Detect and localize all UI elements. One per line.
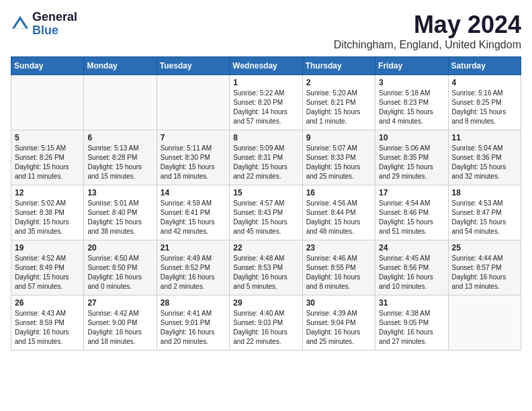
day-header-monday: Monday — [84, 57, 157, 75]
day-info: Sunrise: 5:13 AM Sunset: 8:28 PM Dayligh… — [87, 144, 152, 181]
calendar-week-row: 5Sunrise: 5:15 AM Sunset: 8:26 PM Daylig… — [11, 130, 521, 185]
day-info: Sunrise: 4:45 AM Sunset: 8:56 PM Dayligh… — [379, 254, 444, 291]
day-info: Sunrise: 4:56 AM Sunset: 8:44 PM Dayligh… — [306, 199, 371, 236]
calendar-cell: 3Sunrise: 5:18 AM Sunset: 8:23 PM Daylig… — [375, 75, 448, 130]
day-header-wednesday: Wednesday — [230, 57, 302, 75]
location: Ditchingham, England, United Kingdom — [334, 39, 521, 51]
day-number: 14 — [161, 188, 226, 197]
day-info: Sunrise: 4:38 AM Sunset: 9:05 PM Dayligh… — [379, 309, 444, 347]
day-info: Sunrise: 5:16 AM Sunset: 8:25 PM Dayligh… — [452, 89, 517, 126]
day-number: 24 — [379, 243, 444, 253]
day-header-saturday: Saturday — [448, 57, 521, 75]
day-number: 10 — [379, 133, 444, 142]
calendar-cell: 30Sunrise: 4:39 AM Sunset: 9:04 PM Dayli… — [302, 295, 375, 351]
day-number: 31 — [379, 298, 444, 308]
calendar-week-row: 12Sunrise: 5:02 AM Sunset: 8:38 PM Dayli… — [11, 185, 521, 240]
day-number: 13 — [87, 188, 152, 197]
page-header: General Blue May 2024 Ditchingham, Engla… — [11, 11, 521, 51]
day-info: Sunrise: 4:48 AM Sunset: 8:53 PM Dayligh… — [233, 254, 298, 291]
calendar-cell: 12Sunrise: 5:02 AM Sunset: 8:38 PM Dayli… — [11, 185, 84, 240]
calendar-cell: 10Sunrise: 5:06 AM Sunset: 8:35 PM Dayli… — [375, 130, 448, 185]
day-number: 6 — [87, 133, 152, 142]
day-header-tuesday: Tuesday — [157, 57, 229, 75]
calendar-cell: 24Sunrise: 4:45 AM Sunset: 8:56 PM Dayli… — [375, 240, 448, 295]
day-info: Sunrise: 5:15 AM Sunset: 8:26 PM Dayligh… — [15, 144, 80, 181]
day-info: Sunrise: 5:18 AM Sunset: 8:23 PM Dayligh… — [379, 89, 444, 126]
day-info: Sunrise: 5:01 AM Sunset: 8:40 PM Dayligh… — [87, 199, 152, 236]
day-number: 3 — [379, 78, 444, 87]
calendar-cell: 1Sunrise: 5:22 AM Sunset: 8:20 PM Daylig… — [230, 75, 302, 130]
day-info: Sunrise: 5:20 AM Sunset: 8:21 PM Dayligh… — [306, 89, 371, 126]
day-number: 15 — [233, 188, 298, 197]
day-info: Sunrise: 5:07 AM Sunset: 8:33 PM Dayligh… — [306, 144, 371, 181]
day-number: 30 — [306, 298, 371, 308]
day-number: 23 — [306, 243, 371, 253]
day-info: Sunrise: 5:22 AM Sunset: 8:20 PM Dayligh… — [233, 89, 298, 126]
day-info: Sunrise: 4:44 AM Sunset: 8:57 PM Dayligh… — [452, 254, 517, 291]
calendar-cell: 18Sunrise: 4:53 AM Sunset: 8:47 PM Dayli… — [448, 185, 521, 240]
day-info: Sunrise: 5:09 AM Sunset: 8:31 PM Dayligh… — [233, 144, 298, 181]
day-number: 9 — [306, 133, 371, 142]
day-info: Sunrise: 4:54 AM Sunset: 8:46 PM Dayligh… — [379, 199, 444, 236]
day-number: 21 — [161, 243, 226, 253]
calendar-cell: 20Sunrise: 4:50 AM Sunset: 8:50 PM Dayli… — [84, 240, 157, 295]
day-info: Sunrise: 4:41 AM Sunset: 9:01 PM Dayligh… — [161, 309, 226, 347]
logo: General Blue — [11, 11, 77, 38]
calendar-cell: 22Sunrise: 4:48 AM Sunset: 8:53 PM Dayli… — [230, 240, 302, 295]
day-number: 17 — [379, 188, 444, 197]
calendar-cell: 4Sunrise: 5:16 AM Sunset: 8:25 PM Daylig… — [448, 75, 521, 130]
day-info: Sunrise: 4:49 AM Sunset: 8:52 PM Dayligh… — [161, 254, 226, 291]
day-info: Sunrise: 4:52 AM Sunset: 8:49 PM Dayligh… — [15, 254, 80, 291]
calendar-cell: 23Sunrise: 4:46 AM Sunset: 8:55 PM Dayli… — [302, 240, 375, 295]
day-info: Sunrise: 4:59 AM Sunset: 8:41 PM Dayligh… — [161, 199, 226, 236]
calendar-cell: 19Sunrise: 4:52 AM Sunset: 8:49 PM Dayli… — [11, 240, 84, 295]
title-block: May 2024 Ditchingham, England, United Ki… — [334, 11, 521, 51]
day-number: 2 — [306, 78, 371, 87]
day-number: 7 — [161, 133, 226, 142]
calendar-cell — [84, 75, 157, 130]
day-info: Sunrise: 4:40 AM Sunset: 9:03 PM Dayligh… — [233, 309, 298, 347]
day-header-sunday: Sunday — [11, 57, 84, 75]
logo-general: General — [32, 11, 77, 24]
day-number: 19 — [15, 243, 80, 253]
day-info: Sunrise: 5:02 AM Sunset: 8:38 PM Dayligh… — [15, 199, 80, 236]
calendar-cell: 17Sunrise: 4:54 AM Sunset: 8:46 PM Dayli… — [375, 185, 448, 240]
day-number: 20 — [87, 243, 152, 253]
day-number: 22 — [233, 243, 298, 253]
calendar-cell: 26Sunrise: 4:43 AM Sunset: 8:59 PM Dayli… — [11, 295, 84, 351]
month-title: May 2024 — [334, 11, 521, 39]
logo-text: General Blue — [32, 11, 77, 38]
calendar-cell: 25Sunrise: 4:44 AM Sunset: 8:57 PM Dayli… — [448, 240, 521, 295]
calendar-cell: 7Sunrise: 5:11 AM Sunset: 8:30 PM Daylig… — [157, 130, 229, 185]
day-info: Sunrise: 4:42 AM Sunset: 9:00 PM Dayligh… — [87, 309, 152, 347]
calendar-cell: 6Sunrise: 5:13 AM Sunset: 8:28 PM Daylig… — [84, 130, 157, 185]
calendar-table: SundayMondayTuesdayWednesdayThursdayFrid… — [11, 56, 521, 351]
calendar-week-row: 1Sunrise: 5:22 AM Sunset: 8:20 PM Daylig… — [11, 75, 521, 130]
day-info: Sunrise: 4:57 AM Sunset: 8:43 PM Dayligh… — [233, 199, 298, 236]
calendar-cell — [448, 295, 521, 351]
calendar-cell: 14Sunrise: 4:59 AM Sunset: 8:41 PM Dayli… — [157, 185, 229, 240]
calendar-cell: 28Sunrise: 4:41 AM Sunset: 9:01 PM Dayli… — [157, 295, 229, 351]
calendar-cell: 16Sunrise: 4:56 AM Sunset: 8:44 PM Dayli… — [302, 185, 375, 240]
logo-blue: Blue — [32, 24, 77, 38]
calendar-cell: 27Sunrise: 4:42 AM Sunset: 9:00 PM Dayli… — [84, 295, 157, 351]
calendar-cell — [157, 75, 229, 130]
calendar-cell: 8Sunrise: 5:09 AM Sunset: 8:31 PM Daylig… — [230, 130, 302, 185]
day-info: Sunrise: 4:53 AM Sunset: 8:47 PM Dayligh… — [452, 199, 517, 236]
calendar-week-row: 19Sunrise: 4:52 AM Sunset: 8:49 PM Dayli… — [11, 240, 521, 295]
calendar-week-row: 26Sunrise: 4:43 AM Sunset: 8:59 PM Dayli… — [11, 295, 521, 351]
logo-icon — [11, 15, 30, 34]
calendar-cell: 21Sunrise: 4:49 AM Sunset: 8:52 PM Dayli… — [157, 240, 229, 295]
day-info: Sunrise: 4:46 AM Sunset: 8:55 PM Dayligh… — [306, 254, 371, 291]
day-info: Sunrise: 5:04 AM Sunset: 8:36 PM Dayligh… — [452, 144, 517, 181]
day-info: Sunrise: 5:11 AM Sunset: 8:30 PM Dayligh… — [161, 144, 226, 181]
calendar-cell: 5Sunrise: 5:15 AM Sunset: 8:26 PM Daylig… — [11, 130, 84, 185]
day-info: Sunrise: 5:06 AM Sunset: 8:35 PM Dayligh… — [379, 144, 444, 181]
day-number: 11 — [452, 133, 517, 142]
day-header-thursday: Thursday — [302, 57, 375, 75]
day-number: 25 — [452, 243, 517, 253]
day-number: 5 — [15, 133, 80, 142]
calendar-cell: 11Sunrise: 5:04 AM Sunset: 8:36 PM Dayli… — [448, 130, 521, 185]
calendar-cell: 31Sunrise: 4:38 AM Sunset: 9:05 PM Dayli… — [375, 295, 448, 351]
calendar-header-row: SundayMondayTuesdayWednesdayThursdayFrid… — [11, 57, 521, 75]
